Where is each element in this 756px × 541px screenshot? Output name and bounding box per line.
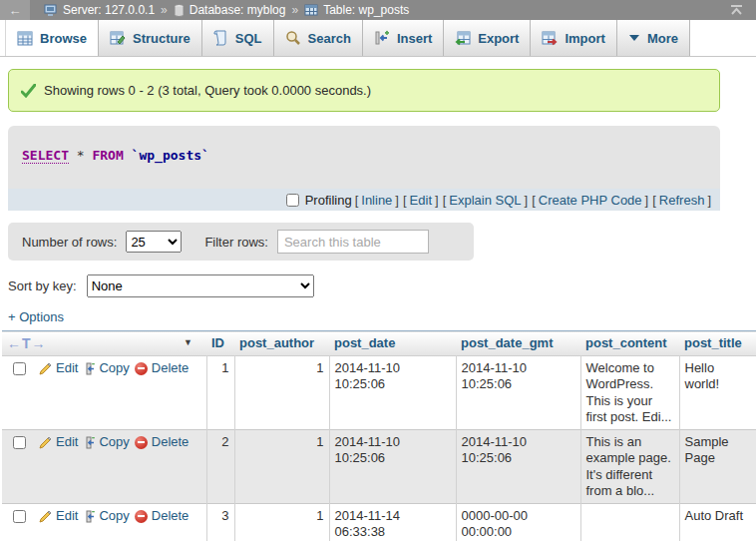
sql-keyword-from: FROM [92,148,123,163]
breadcrumb-database[interactable]: Database: myblog [174,3,286,17]
breadcrumb-table[interactable]: Table: wp_posts [304,3,409,17]
bracket: [ [442,193,448,208]
column-header-post-date[interactable]: post_date [329,331,456,356]
number-of-rows-select[interactable]: 25 [126,231,182,253]
bracket: ] [706,193,712,208]
tab-browse[interactable]: Browse [5,20,99,56]
tab-export[interactable]: Export [444,20,531,56]
cell-id: 3 [206,504,234,541]
cell-post-content: Welcome to WordPress. This is your first… [580,356,679,430]
transpose-control[interactable]: ←T→ [7,335,47,351]
column-header-id[interactable]: ID [206,331,234,356]
refresh-link[interactable]: Refresh [659,193,705,208]
row-edit-label: Edit [56,360,78,376]
row-edit-link[interactable]: Edit [39,360,78,376]
row-delete-label: Delete [152,508,189,524]
column-header-post-content[interactable]: post_content [580,331,679,356]
tab-insert[interactable]: Insert [363,20,444,56]
table-row: Edit Copy Delete 1 1 2014-11-10 10:25:06… [2,356,756,430]
bracket: [ [651,193,657,208]
copy-icon [83,362,95,375]
breadcrumb: Server: 127.0.0.1 » Database: myblog » T… [44,3,409,17]
tab-sql-label: SQL [235,31,262,46]
cell-post-date: 2014-11-14 06:33:38 [329,504,456,541]
number-of-rows-label: Number of rows: [22,235,117,250]
tab-more-label: More [647,31,678,46]
row-copy-link[interactable]: Copy [83,508,129,524]
tab-sql[interactable]: SQL [202,20,274,56]
tab-insert-label: Insert [397,31,432,46]
inline-link[interactable]: Inline [361,193,392,208]
bracket: ] [434,193,440,208]
row-copy-label: Copy [99,360,129,376]
row-edit-link[interactable]: Edit [39,434,78,450]
tab-import[interactable]: Import [531,20,616,56]
row-delete-link[interactable]: Delete [135,508,189,524]
pencil-icon [39,362,52,375]
sort-bar: Sort by key: None [8,274,756,297]
cell-id: 1 [206,356,234,430]
filter-rows-label: Filter rows: [204,235,268,250]
row-copy-link[interactable]: Copy [83,360,129,376]
cell-post-author: 1 [234,504,329,541]
tab-search[interactable]: Search [274,20,363,56]
copy-icon [83,510,95,523]
row-select-checkbox[interactable] [13,362,26,375]
bracket: ] [394,193,400,208]
row-delete-link[interactable]: Delete [135,434,189,450]
row-delete-label: Delete [152,360,189,376]
explain-sql-link[interactable]: Explain SQL [449,193,521,208]
bracket: [ [354,193,360,208]
edit-query-link[interactable]: Edit [410,193,432,208]
sql-query-box: SELECT * FROM `wp_posts` Profiling [ Inl… [8,126,720,211]
sort-by-key-label: Sort by key: [8,278,77,293]
pencil-icon [39,436,52,449]
results-table: ←T→ ▼ ID post_author post_date post_date… [2,330,756,541]
copy-icon [83,436,95,449]
row-edit-link[interactable]: Edit [39,508,78,524]
table-row: Edit Copy Delete 2 1 2014-11-10 10:25:06… [2,430,756,504]
cell-post-title: Hello world! [679,356,756,430]
breadcrumb-server[interactable]: Server: 127.0.0.1 [44,3,155,17]
transpose-header-cell: ←T→ ▼ [2,331,206,356]
collapse-up-icon [729,4,744,16]
server-icon [44,4,58,17]
sql-query-code: SELECT * FROM `wp_posts` [8,126,720,189]
tab-structure[interactable]: Structure [99,20,202,56]
column-header-post-date-gmt[interactable]: post_date_gmt [456,331,580,356]
result-controls-bar: Number of rows: 25 Filter rows: [8,223,474,261]
row-delete-label: Delete [152,434,189,450]
status-message: Showing rows 0 - 2 (3 total, Query took … [8,69,720,112]
filter-rows-input[interactable] [277,230,429,254]
column-header-post-title[interactable]: post_title [679,331,756,356]
sql-query-toolbar: Profiling [ Inline ] [ Edit ] [ Explain … [8,189,720,211]
search-icon [285,30,301,46]
actions-menu-arrow-icon[interactable]: ▼ [184,337,192,347]
options-toggle-link[interactable]: + Options [8,309,64,324]
tab-more[interactable]: More [617,20,690,56]
delete-icon [135,362,148,375]
column-header-post-author[interactable]: post_author [234,331,329,356]
export-icon [455,31,471,46]
row-copy-link[interactable]: Copy [83,434,129,450]
cell-id: 2 [206,430,234,504]
chevron-down-icon [628,34,640,42]
breadcrumb-bar: ← Server: 127.0.0.1 » Database: myblog »… [0,0,756,20]
row-select-checkbox[interactable] [13,510,26,523]
profiling-checkbox[interactable] [286,194,299,207]
import-icon [542,31,558,46]
create-php-code-link[interactable]: Create PHP Code [539,193,642,208]
cell-post-date-gmt: 2014-11-10 10:25:06 [456,430,580,504]
cell-post-title: Sample Page [679,430,756,504]
sort-by-key-select[interactable]: None [87,274,314,297]
sql-keyword-select[interactable]: SELECT [22,148,69,164]
back-button[interactable]: ← [0,0,30,20]
row-delete-link[interactable]: Delete [135,360,189,376]
bracket: [ [531,193,537,208]
breadcrumb-separator: » [161,3,168,17]
row-select-checkbox[interactable] [13,436,26,449]
results-header-row: ←T→ ▼ ID post_author post_date post_date… [2,331,756,356]
table-icon [304,4,318,16]
status-message-text: Showing rows 0 - 2 (3 total, Query took … [44,83,371,98]
collapse-console-button[interactable] [729,4,744,16]
